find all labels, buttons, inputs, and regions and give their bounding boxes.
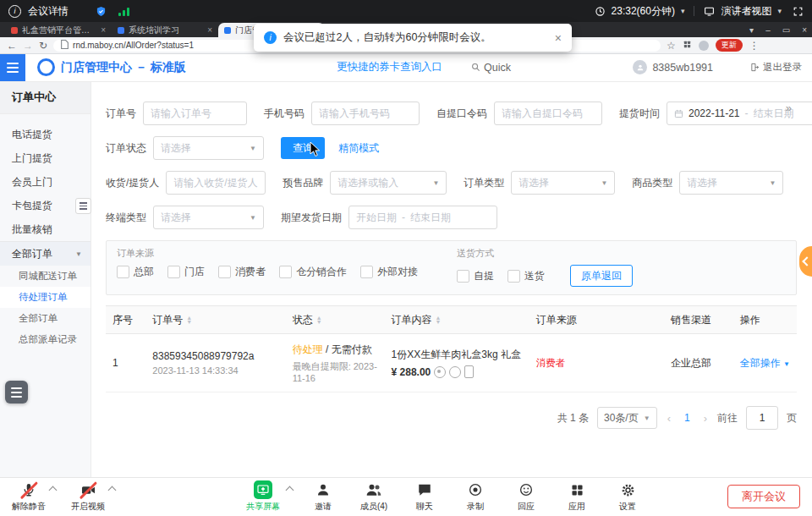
toast-close-icon[interactable]: × bbox=[555, 31, 562, 45]
checkbox-consumer[interactable]: 消费者 bbox=[218, 265, 266, 279]
window-maximize-button[interactable]: ▭ bbox=[782, 25, 790, 35]
unmute-button[interactable]: 解除静音 bbox=[8, 480, 49, 513]
col-content[interactable]: 订单内容▲▼ bbox=[385, 306, 529, 334]
timer-caret-icon[interactable]: ▾ bbox=[681, 7, 685, 15]
all-actions-link[interactable]: 全部操作 ▼ bbox=[740, 357, 790, 369]
terminal-type-select[interactable]: 请选择▼ bbox=[153, 206, 264, 229]
tab-close-icon[interactable]: × bbox=[101, 25, 106, 35]
invite-button[interactable]: 邀请 bbox=[303, 480, 343, 513]
extensions-icon[interactable] bbox=[683, 40, 692, 52]
checkbox-hq[interactable]: 总部 bbox=[117, 265, 154, 279]
mobile-icon bbox=[464, 365, 474, 378]
sidebar-sub-all-orders[interactable]: 全部订单 bbox=[0, 308, 91, 329]
window-close-button[interactable]: × bbox=[802, 25, 807, 35]
chat-button[interactable]: 聊天 bbox=[404, 480, 445, 513]
order-status-select[interactable]: 请选择▼ bbox=[153, 136, 264, 160]
original-return-button[interactable]: 原单退回 bbox=[570, 265, 633, 287]
checkbox-warehouse-coop[interactable]: 仓分销合作 bbox=[279, 265, 347, 279]
page-size-select[interactable]: 30条/页▼ bbox=[597, 407, 657, 429]
browser-update-button[interactable]: 更新 bbox=[716, 39, 743, 52]
back-icon[interactable]: ← bbox=[7, 41, 17, 51]
checkbox-delivery[interactable]: 送货 bbox=[508, 269, 545, 283]
sidebar-sub-hq-dispatch[interactable]: 总部派单记录 bbox=[0, 329, 91, 350]
status-note: 最晚自提期限: 2023-11-16 bbox=[293, 360, 378, 383]
sidebar-drag-handle[interactable] bbox=[75, 198, 91, 214]
checkbox-icon bbox=[508, 270, 520, 283]
checkbox-store[interactable]: 门店 bbox=[167, 265, 205, 279]
coupon-query-link[interactable]: 更快捷的券卡查询入口 bbox=[337, 60, 442, 74]
expect-ship-date-range[interactable]: 开始日期 - 结束日期 bbox=[348, 206, 497, 229]
logout-icon bbox=[750, 63, 760, 72]
fullscreen-icon[interactable] bbox=[793, 6, 804, 17]
order-type-label: 订单类型 bbox=[464, 176, 504, 190]
prev-page-button[interactable]: ‹ bbox=[666, 412, 672, 425]
bookmark-star-icon[interactable]: ☆ bbox=[667, 40, 676, 52]
checkbox-external[interactable]: 外部对接 bbox=[360, 265, 418, 279]
browser-tab-2[interactable]: 系统培训学习 × bbox=[112, 23, 218, 37]
sidebar-item-door-pickup[interactable]: 上门提货 bbox=[0, 146, 91, 170]
logout-button[interactable]: 退出登录 bbox=[750, 61, 802, 74]
col-order-no[interactable]: 订单号▲▼ bbox=[145, 306, 285, 334]
chevron-down-icon: ▼ bbox=[75, 250, 82, 258]
start-video-button[interactable]: 开启视频 bbox=[68, 480, 108, 513]
simple-mode-link[interactable]: 精简模式 bbox=[338, 141, 379, 156]
chat-bubble-icon bbox=[417, 482, 432, 497]
col-status[interactable]: 状态▲▼ bbox=[286, 306, 385, 334]
pickup-code-input[interactable] bbox=[494, 102, 602, 125]
quick-search[interactable]: Quick bbox=[471, 62, 511, 74]
pickup-code-label: 自提口令码 bbox=[436, 107, 487, 121]
browser-tab-1[interactable]: 礼盒营销平台管理中心 × bbox=[5, 23, 112, 37]
pickup-start-date: 2022-11-21 bbox=[689, 107, 740, 119]
view-mode-label[interactable]: 演讲者视图 bbox=[721, 4, 771, 19]
gear-icon bbox=[620, 482, 636, 498]
meeting-details-link[interactable]: 会议详情 bbox=[28, 4, 69, 19]
phone-input[interactable] bbox=[311, 102, 420, 125]
sidebar-item-phone-pickup[interactable]: 电话提货 bbox=[0, 123, 91, 146]
filter-collapse-icon[interactable]: » bbox=[786, 102, 792, 114]
profile-avatar[interactable] bbox=[699, 41, 709, 51]
col-index: 序号 bbox=[106, 306, 145, 334]
checkbox-self-pickup[interactable]: 自提 bbox=[457, 269, 494, 283]
sidebar-sub-pending-orders[interactable]: 待处理订单 bbox=[0, 287, 91, 308]
forward-icon[interactable]: → bbox=[23, 41, 33, 51]
settings-button[interactable]: 设置 bbox=[607, 480, 648, 513]
share-screen-button[interactable]: 共享屏幕 bbox=[241, 480, 285, 513]
sidebar-item-batch[interactable]: 批量核销 bbox=[0, 217, 91, 241]
record-button[interactable]: 录制 bbox=[455, 480, 496, 513]
refresh-icon[interactable]: ↻ bbox=[39, 41, 47, 51]
sidebar-item-member[interactable]: 会员上门 bbox=[0, 170, 91, 194]
leave-meeting-button[interactable]: 离开会议 bbox=[727, 485, 800, 508]
members-button[interactable]: 成员(4) bbox=[354, 480, 394, 513]
view-mode-caret-icon[interactable]: ▾ bbox=[777, 7, 782, 15]
sidebar-sub-city-delivery[interactable]: 同城配送订单 bbox=[0, 266, 91, 287]
order-no-input[interactable] bbox=[143, 102, 247, 125]
apps-button[interactable]: 应用 bbox=[557, 480, 597, 513]
cell-action: 全部操作 ▼ bbox=[733, 334, 797, 392]
tab-search-caret-icon[interactable]: ▾ bbox=[749, 25, 754, 35]
share-options-caret[interactable] bbox=[286, 486, 294, 495]
goods-type-select[interactable]: 请选择▼ bbox=[679, 171, 783, 195]
current-page[interactable]: 1 bbox=[681, 412, 694, 424]
react-button[interactable]: 回应 bbox=[506, 480, 546, 513]
goto-page-input[interactable] bbox=[746, 406, 778, 430]
calendar-icon bbox=[674, 109, 683, 118]
app-header: 门店管理中心 － 标准版 更快捷的券卡查询入口 Quick 8385wb1991… bbox=[0, 53, 812, 82]
hamburger-menu-button[interactable] bbox=[0, 53, 25, 81]
tab-close-icon[interactable]: × bbox=[207, 25, 212, 35]
receiver-input[interactable] bbox=[166, 171, 266, 195]
window-minimize-button[interactable]: – bbox=[765, 25, 771, 35]
next-page-button[interactable]: › bbox=[702, 412, 709, 425]
kebab-menu-icon[interactable]: ⋮ bbox=[749, 40, 760, 52]
video-options-caret[interactable] bbox=[108, 486, 117, 495]
mic-options-caret[interactable] bbox=[49, 486, 58, 495]
user-menu[interactable]: 8385wb1991 bbox=[633, 60, 713, 74]
col-source: 订单来源 bbox=[529, 306, 664, 334]
col-channel: 销售渠道 bbox=[664, 306, 733, 334]
order-type-select[interactable]: 请选择▼ bbox=[511, 171, 615, 195]
presale-brand-select[interactable]: 请选择或输入▼ bbox=[330, 171, 447, 195]
sidebar-item-all-orders-group[interactable]: 全部订单 ▼ bbox=[0, 241, 91, 266]
floating-toolbar-button[interactable] bbox=[5, 381, 28, 403]
shield-check-icon bbox=[96, 6, 107, 17]
sort-icon: ▲▼ bbox=[316, 316, 322, 324]
tab-favicon bbox=[118, 27, 124, 34]
